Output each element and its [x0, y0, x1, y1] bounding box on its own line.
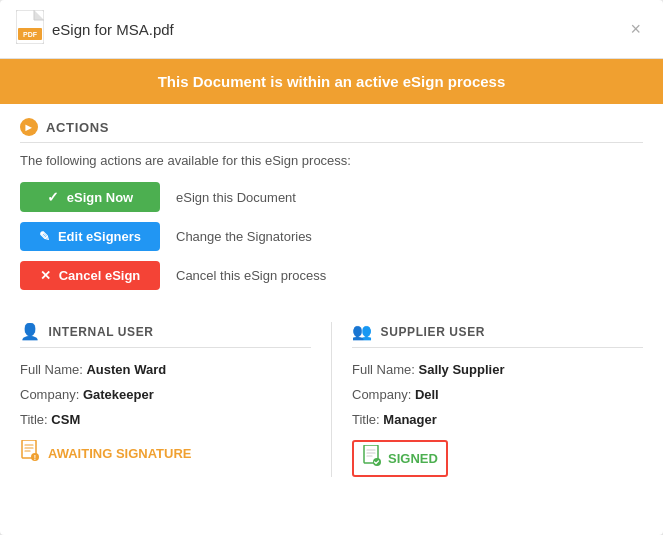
internal-title: Title: CSM [20, 410, 311, 431]
edit-esigners-row: ✎ Edit eSigners Change the Signatories [20, 222, 643, 251]
cancel-esign-icon: ✕ [40, 268, 51, 283]
supplier-user-icon: 👥 [352, 322, 373, 341]
internal-full-name: Full Name: Austen Ward [20, 360, 311, 381]
pdf-file-icon: PDF [16, 10, 44, 48]
cancel-esign-button[interactable]: ✕ Cancel eSign [20, 261, 160, 290]
esign-now-description: eSign this Document [176, 190, 296, 205]
svg-text:!: ! [34, 454, 36, 461]
signed-status-badge: SIGNED [352, 440, 448, 477]
edit-esigners-icon: ✎ [39, 229, 50, 244]
supplier-full-name: Full Name: Sally Supplier [352, 360, 643, 381]
close-button[interactable]: × [624, 18, 647, 40]
supplier-user-column: 👥 SUPPLIER USER Full Name: Sally Supplie… [331, 322, 643, 477]
cancel-esign-description: Cancel this eSign process [176, 268, 326, 283]
supplier-title: Title: Manager [352, 410, 643, 431]
esign-now-button[interactable]: ✓ eSign Now [20, 182, 160, 212]
actions-section-title: ► ACTIONS [20, 118, 643, 143]
internal-user-title: 👤 INTERNAL USER [20, 322, 311, 348]
actions-description: The following actions are available for … [20, 153, 643, 168]
edit-esigners-description: Change the Signatories [176, 229, 312, 244]
cancel-esign-row: ✕ Cancel eSign Cancel this eSign process [20, 261, 643, 290]
svg-text:PDF: PDF [23, 31, 38, 38]
modal: PDF eSign for MSA.pdf × This Document is… [0, 0, 663, 535]
signed-icon [362, 445, 382, 472]
internal-user-icon: 👤 [20, 322, 41, 341]
internal-company: Company: Gatekeeper [20, 385, 311, 406]
modal-title: eSign for MSA.pdf [52, 21, 174, 38]
supplier-user-status: SIGNED [352, 440, 643, 477]
internal-user-column: 👤 INTERNAL USER Full Name: Austen Ward C… [20, 322, 331, 477]
esign-now-icon: ✓ [47, 189, 59, 205]
actions-section: ► ACTIONS The following actions are avai… [0, 104, 663, 306]
active-process-banner: This Document is within an active eSign … [0, 59, 663, 104]
internal-user-status: ! AWAITING SIGNATURE [20, 440, 311, 467]
supplier-user-title: 👥 SUPPLIER USER [352, 322, 643, 348]
users-section: 👤 INTERNAL USER Full Name: Austen Ward C… [0, 306, 663, 487]
modal-header-left: PDF eSign for MSA.pdf [16, 10, 174, 48]
esign-now-row: ✓ eSign Now eSign this Document [20, 182, 643, 212]
supplier-company: Company: Dell [352, 385, 643, 406]
awaiting-signature-icon: ! [20, 440, 40, 467]
edit-esigners-button[interactable]: ✎ Edit eSigners [20, 222, 160, 251]
modal-header: PDF eSign for MSA.pdf × [0, 0, 663, 59]
actions-arrow-icon: ► [20, 118, 38, 136]
